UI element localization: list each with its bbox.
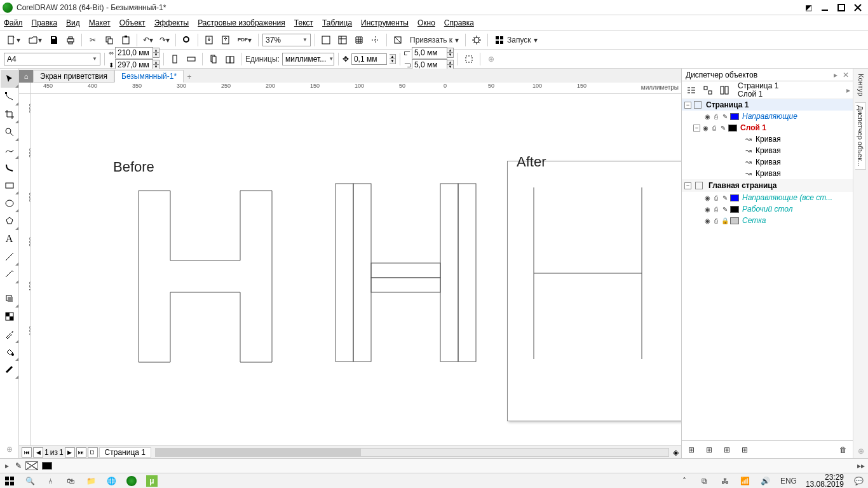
tray-up-icon[interactable]: ˄ xyxy=(679,475,690,487)
freehand-tool[interactable] xyxy=(1,141,18,159)
rectangle-tool[interactable] xyxy=(1,177,18,194)
text-tool[interactable]: A xyxy=(1,230,18,248)
publish-pdf-button[interactable]: PDF▾ xyxy=(235,33,254,47)
docker-tab-contour[interactable]: Контур xyxy=(856,71,866,98)
language-indicator[interactable]: ENG xyxy=(780,477,797,485)
snap-off-button[interactable] xyxy=(391,33,405,47)
ellipse-tool[interactable] xyxy=(1,194,18,212)
last-page-button[interactable]: ⏭ xyxy=(76,447,86,458)
page-size-combo[interactable]: A4▼ xyxy=(4,53,100,65)
add-preset-button[interactable]: ⊕ xyxy=(484,52,498,66)
menu-text[interactable]: Текст xyxy=(294,18,313,27)
rulers-button[interactable] xyxy=(336,33,349,47)
coreldraw-icon[interactable] xyxy=(126,475,137,487)
utorrent-icon[interactable]: μ xyxy=(146,475,158,487)
zoom-combo[interactable]: 37%▼ xyxy=(262,34,311,46)
ruler-vertical[interactable]: 350300250200150100 xyxy=(19,94,31,445)
dimension-tool[interactable] xyxy=(1,266,18,283)
new-master-layer-button[interactable]: ⊞ xyxy=(702,443,716,457)
objmgr-view3-icon[interactable] xyxy=(717,83,731,97)
menu-window[interactable]: Окно xyxy=(417,18,435,27)
ruler-origin[interactable] xyxy=(19,83,31,94)
docker-close-icon[interactable]: ✕ xyxy=(843,71,849,79)
explorer-icon[interactable]: 📁 xyxy=(85,475,97,487)
save-button[interactable] xyxy=(47,33,61,47)
menu-object[interactable]: Объект xyxy=(119,18,146,27)
new-button[interactable]: ▾ xyxy=(4,33,23,47)
landscape-button[interactable] xyxy=(184,52,198,66)
import-button[interactable] xyxy=(202,33,216,47)
open-button[interactable]: ▾ xyxy=(25,33,44,47)
guidelines-button[interactable] xyxy=(369,33,383,47)
crop-tool[interactable] xyxy=(1,105,18,123)
shape-h-before[interactable] xyxy=(135,187,275,365)
menu-effects[interactable]: Эффекты xyxy=(154,18,189,27)
page-tab[interactable]: Страница 1 xyxy=(99,447,151,458)
transparency-tool[interactable] xyxy=(1,308,18,325)
taskview-icon[interactable]: ⑃ xyxy=(44,475,56,487)
cut-button[interactable]: ✂ xyxy=(86,33,100,47)
menu-layout[interactable]: Макет xyxy=(89,18,111,27)
action-center-icon[interactable]: 💬 xyxy=(853,475,864,487)
edge-icon[interactable]: 🌐 xyxy=(105,475,117,487)
print-button[interactable] xyxy=(64,33,78,47)
objmgr-menu-icon[interactable]: ▸ xyxy=(846,86,850,95)
add-tab-button[interactable]: + xyxy=(184,71,195,83)
delete-button[interactable]: 🗑 xyxy=(836,443,850,457)
navigator-icon[interactable]: ◈ xyxy=(673,448,679,457)
all-pages-button[interactable] xyxy=(207,52,220,66)
ruler-horizontal[interactable]: миллиметры 45040035030025020015010050050… xyxy=(31,83,681,94)
zoom-tool[interactable] xyxy=(1,123,18,141)
export-button[interactable] xyxy=(219,33,233,47)
quick-customize-button[interactable]: ⊕ xyxy=(1,440,18,458)
options-button[interactable] xyxy=(470,33,484,47)
start-icon[interactable] xyxy=(4,475,15,487)
document-tab[interactable]: Безымянный-1* xyxy=(114,70,184,83)
page-width-input[interactable]: 210,0 мм xyxy=(115,47,153,58)
menu-bitmaps[interactable]: Растровые изображения xyxy=(198,18,285,27)
first-page-button[interactable]: ⏮ xyxy=(22,447,32,458)
artistic-media-tool[interactable] xyxy=(1,159,18,177)
eyedropper-tool[interactable] xyxy=(1,325,18,343)
current-page-button[interactable] xyxy=(223,52,237,66)
fill-tool[interactable] xyxy=(1,343,18,361)
network-icon[interactable]: 🖧 xyxy=(719,475,731,487)
add-page-button[interactable]: 🗋 xyxy=(88,447,98,458)
fill-swatch[interactable] xyxy=(25,461,38,470)
search-button[interactable] xyxy=(180,33,194,47)
new-layer-button[interactable]: ⊞ xyxy=(684,443,698,457)
next-page-button[interactable]: ▶ xyxy=(65,447,75,458)
copy-button[interactable] xyxy=(102,33,116,47)
polygon-tool[interactable] xyxy=(1,212,18,230)
object-tree[interactable]: −Страница 1 ◉⎙✎Направляющие −◉⎙✎Слой 1 ↝… xyxy=(682,99,853,440)
treat-as-filled-button[interactable] xyxy=(462,52,476,66)
fullscreen-button[interactable] xyxy=(319,33,333,47)
pick-tool[interactable] xyxy=(1,70,18,88)
dropbox-icon[interactable]: ⧉ xyxy=(699,475,710,487)
undo-button[interactable]: ↶▾ xyxy=(141,33,155,47)
dup-x-input[interactable]: 5,0 мм xyxy=(412,47,447,58)
welcome-tab[interactable]: Экран приветствия xyxy=(33,70,114,83)
objmgr-view1-icon[interactable] xyxy=(684,83,698,97)
portrait-button[interactable] xyxy=(168,52,182,66)
drop-shadow-tool[interactable] xyxy=(1,290,18,308)
menu-table[interactable]: Таблица xyxy=(322,18,352,27)
search-icon[interactable]: 🔍 xyxy=(24,475,36,487)
menu-tools[interactable]: Инструменты xyxy=(361,18,409,27)
wifi-icon[interactable]: 📶 xyxy=(740,475,751,487)
new-layer3-button[interactable]: ⊞ xyxy=(738,443,752,457)
status-next-icon[interactable]: ▸▸ xyxy=(857,461,865,470)
fill-handle-icon[interactable]: ✎ xyxy=(15,461,22,470)
menu-file[interactable]: Файл xyxy=(4,18,23,27)
snap-to-button[interactable]: Привязать к▾ xyxy=(407,33,461,47)
maximize-button[interactable] xyxy=(834,1,849,14)
units-combo[interactable]: миллимет...▼ xyxy=(282,53,334,65)
sound-icon[interactable]: 🔊 xyxy=(760,475,771,487)
grid-button[interactable] xyxy=(352,33,366,47)
docker-tab-objmgr[interactable]: Диспетчер объек... xyxy=(855,102,866,170)
store-icon[interactable]: 🛍 xyxy=(65,475,76,487)
shape-h-middle[interactable] xyxy=(332,180,478,365)
horizontal-scrollbar[interactable] xyxy=(155,448,669,457)
outline-swatch[interactable] xyxy=(42,462,52,470)
signin-icon[interactable]: ◩ xyxy=(801,1,816,14)
